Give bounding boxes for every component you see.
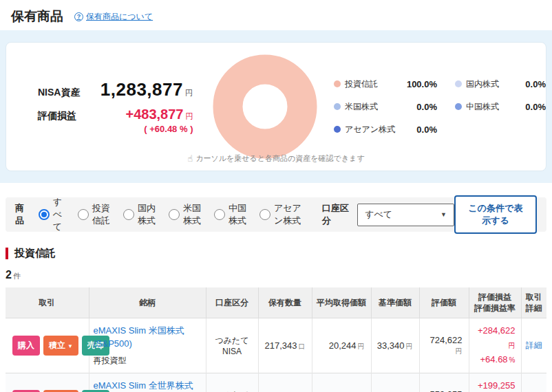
- question-icon: ?: [74, 12, 83, 21]
- radio-icon: [123, 209, 134, 220]
- holdings-table: 取引 銘柄 口座区分 保有数量 平均取得価額 基準価額 評価額 評価損益 評価損…: [6, 287, 546, 392]
- donut-svg: [213, 54, 317, 159]
- chart-hover-hint: ☝ カーソルを乗せると各商品の資産を確認できます: [187, 153, 364, 164]
- detail-link[interactable]: 詳細: [526, 340, 542, 350]
- nav-cell: 33,340円: [371, 318, 419, 373]
- allocation-donut-chart[interactable]: [211, 54, 319, 159]
- col-detail: 取引 詳細: [521, 287, 546, 318]
- legend-dot-icon: [455, 80, 462, 87]
- page-title: 保有商品: [11, 8, 63, 25]
- col-fund: 銘柄: [89, 287, 206, 318]
- pl-cell: +284,622円 +64.68%: [469, 318, 521, 373]
- legend-item-us-stock: 米国株式 0.0%: [334, 101, 437, 113]
- value-cell: 559,255円: [419, 373, 469, 392]
- radio-domestic-stock[interactable]: 国内株式: [123, 202, 160, 227]
- tsumitate-button[interactable]: 積立▼: [43, 336, 78, 356]
- pl-cell: +199,255円 +55.34%: [469, 373, 521, 392]
- asset-summary: NISA資産 1,283,877円 評価損益 +483,877円 ( +60.4…: [38, 73, 193, 140]
- section-header: 投資信託: [6, 247, 552, 260]
- asset-value: 1,283,877円: [100, 79, 193, 100]
- result-count: 2件: [6, 269, 552, 281]
- summary-band: NISA資産 1,283,877円 評価損益 +483,877円 ( +60.4…: [0, 30, 552, 183]
- summary-card: NISA資産 1,283,877円 評価損益 +483,877円 ( +60.4…: [6, 42, 546, 171]
- table-row: 購入 積立▼ 売却 eMAXIS Slim 全世界株式(オール・カントリー) 再…: [6, 373, 546, 392]
- radio-icon: [78, 209, 89, 220]
- yen-unit: 円: [185, 112, 193, 120]
- buy-button[interactable]: 購入: [12, 336, 40, 356]
- radio-asean-stock[interactable]: アセアン株式: [259, 202, 310, 227]
- fund-name-link[interactable]: eMAXIS Slim 米国株式(S&P500): [94, 325, 202, 351]
- fund-subtype: 再投資型: [94, 355, 202, 367]
- col-value: 評価額: [419, 287, 469, 318]
- quantity-cell: 217,343口: [258, 318, 312, 373]
- radio-icon: [169, 209, 180, 220]
- pl-value-block: +483,877円 ( +60.48 % ): [125, 107, 193, 134]
- legend-dot-icon: [334, 103, 341, 110]
- radio-icon: [214, 209, 225, 220]
- donut-segment-toushin[interactable]: [228, 69, 302, 144]
- about-holdings-link[interactable]: ? 保有商品について: [74, 11, 153, 23]
- page-header: 保有商品 ? 保有商品について: [0, 0, 552, 30]
- legend-dot-icon: [455, 103, 462, 110]
- col-avg-price: 平均取得価額: [312, 287, 371, 318]
- value-cell: 724,622円: [419, 318, 469, 373]
- table-header-row: 取引 銘柄 口座区分 保有数量 平均取得価額 基準価額 評価額 評価損益 評価損…: [6, 287, 546, 318]
- table-row: 購入 積立▼ 売却 eMAXIS Slim 米国株式(S&P500) 再投資型 …: [6, 318, 546, 373]
- legend-dot-icon: [334, 80, 341, 87]
- pl-rate: ( +60.48 % ): [125, 124, 193, 134]
- legend-dot-icon: [334, 126, 341, 133]
- legend-item-china-stock: 中国株式 0.0%: [455, 101, 546, 113]
- legend-item-domestic-stock: 国内株式 0.0%: [455, 78, 546, 90]
- section-title: 投資信託: [14, 247, 56, 260]
- hand-cursor-icon: ☝: [187, 153, 193, 164]
- asset-label: NISA資産: [38, 87, 80, 99]
- legend-item-toushin: 投資信託 100.0%: [334, 78, 437, 90]
- caret-down-icon: ▼: [440, 211, 447, 218]
- col-pl: 評価損益 評価損益率: [469, 287, 521, 318]
- col-trade: 取引: [6, 287, 89, 318]
- radio-icon: [259, 209, 270, 220]
- yen-unit: 円: [185, 89, 193, 97]
- radio-all[interactable]: すべて: [39, 196, 69, 233]
- avg-price-cell: 17,546円: [312, 373, 371, 392]
- pl-label: 評価損益: [38, 110, 76, 122]
- account-type-cell: つみたてNISA: [206, 318, 258, 373]
- radio-icon: [39, 209, 50, 220]
- quantity-cell: 205,171口: [258, 373, 312, 392]
- radio-us-stock[interactable]: 米国株式: [169, 202, 205, 227]
- nav-cell: 27,258円: [371, 373, 419, 392]
- about-holdings-label: 保有商品について: [86, 11, 153, 23]
- account-type-select[interactable]: すべて ▼: [357, 204, 454, 226]
- col-nav: 基準価額: [371, 287, 419, 318]
- filter-bar: 商品 すべて 投資信託 国内株式 米国株式 中国株式 アセアン株式 口座区分 す…: [6, 197, 546, 232]
- radio-china-stock[interactable]: 中国株式: [214, 202, 251, 227]
- account-type-cell: つみたてNISA: [206, 373, 258, 392]
- account-type-label: 口座区分: [322, 202, 350, 227]
- col-quantity: 保有数量: [258, 287, 312, 318]
- legend-item-asean-stock: アセアン株式 0.0%: [334, 124, 437, 135]
- radio-toushin[interactable]: 投資信託: [78, 202, 114, 227]
- apply-filter-button[interactable]: この条件で表示する: [454, 195, 537, 234]
- col-account: 口座区分: [206, 287, 258, 318]
- caret-down-icon: ▼: [67, 343, 73, 349]
- chart-legend: 投資信託 100.0% 米国株式 0.0% アセアン株式 0.0% 国内株式: [334, 73, 546, 141]
- fund-name-link[interactable]: eMAXIS Slim 全世界株式(オール・カントリー): [94, 380, 202, 392]
- section-accent-bar: [6, 248, 8, 259]
- product-filter-label: 商品: [15, 202, 29, 227]
- product-radio-group: すべて 投資信託 国内株式 米国株式 中国株式 アセアン株式: [39, 196, 310, 233]
- avg-price-cell: 20,244円: [312, 318, 371, 373]
